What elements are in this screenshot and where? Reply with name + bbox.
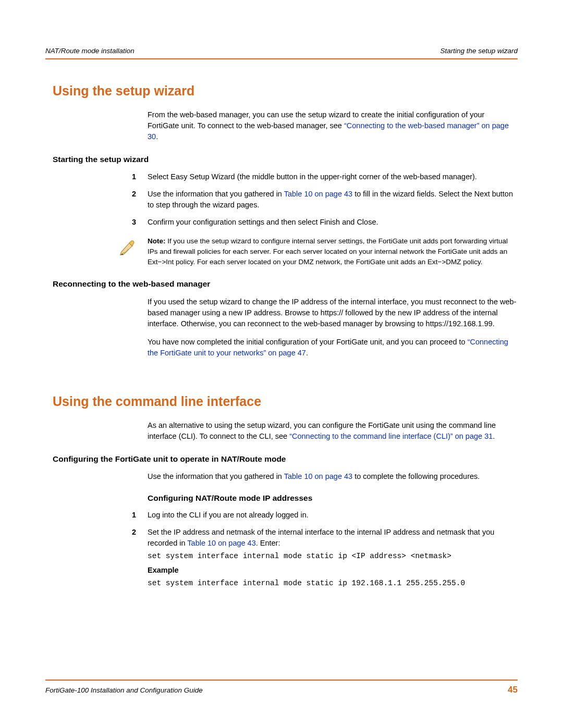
text: Use the information that you gathered in xyxy=(148,190,284,198)
cross-ref-link[interactable]: Table 10 on page 43 xyxy=(284,190,352,198)
list-item: Set the IP address and netmask of the in… xyxy=(118,527,518,589)
text: Use the information that you gathered in xyxy=(148,472,284,480)
page-number: 45 xyxy=(508,684,518,697)
ordered-list: Select Easy Setup Wizard (the middle but… xyxy=(118,171,518,228)
heading-config-ip: Configuring NAT/Route mode IP addresses xyxy=(148,492,518,504)
footer-title: FortiGate-100 Installation and Configura… xyxy=(45,685,203,696)
header-left: NAT/Route mode installation xyxy=(45,46,134,56)
text: Log into the CLI if you are not already … xyxy=(148,511,309,519)
text: You have now completed the initial confi… xyxy=(148,338,468,346)
note-lead: Note: xyxy=(148,237,167,245)
running-footer: FortiGate-100 Installation and Configura… xyxy=(45,680,518,697)
cross-ref-link[interactable]: “Connecting to the command line interfac… xyxy=(289,432,493,440)
paragraph: If you used the setup wizard to change t… xyxy=(148,297,518,329)
heading-using-setup-wizard: Using the setup wizard xyxy=(53,81,518,100)
paragraph: As an alternative to using the setup wiz… xyxy=(148,420,518,442)
text: . Enter: xyxy=(256,539,280,547)
text: to complete the following procedures. xyxy=(352,472,480,480)
note-text: Note: If you use the setup wizard to con… xyxy=(148,236,518,267)
cross-ref-link[interactable]: Table 10 on page 43 xyxy=(187,539,255,547)
list-item: Use the information that you gathered in… xyxy=(118,189,518,211)
example-label: Example xyxy=(148,565,518,576)
heading-config-natroute: Configuring the FortiGate unit to operat… xyxy=(53,453,518,465)
footer-rule xyxy=(45,680,518,681)
heading-reconnecting: Reconnecting to the web-based manager xyxy=(53,278,518,290)
text: Confirm your configuration settings and … xyxy=(148,218,378,226)
paragraph: From the web-based manager, you can use … xyxy=(148,109,518,142)
list-item: Confirm your configuration settings and … xyxy=(118,217,518,228)
paragraph: Use the information that you gathered in… xyxy=(148,471,518,482)
cross-ref-link[interactable]: Table 10 on page 43 xyxy=(284,472,352,480)
heading-using-cli: Using the command line interface xyxy=(53,392,518,411)
text: . xyxy=(493,432,495,440)
code-block: set system interface internal mode stati… xyxy=(148,551,518,562)
header-right: Starting the setup wizard xyxy=(440,46,518,56)
list-item: Select Easy Setup Wizard (the middle but… xyxy=(118,171,518,182)
heading-starting-setup-wizard: Starting the setup wizard xyxy=(53,154,518,165)
text: If you use the setup wizard to configure… xyxy=(148,237,508,265)
list-item: Log into the CLI if you are not already … xyxy=(118,510,518,521)
ordered-list: Log into the CLI if you are not already … xyxy=(118,510,518,589)
code-block: set system interface internal mode stati… xyxy=(148,578,518,589)
header-rule xyxy=(45,58,518,59)
text: . xyxy=(306,349,308,357)
running-header: NAT/Route mode installation Starting the… xyxy=(45,46,518,56)
text: . xyxy=(156,132,158,141)
text: Select Easy Setup Wizard (the middle but… xyxy=(148,172,477,181)
note-block: Note: If you use the setup wizard to con… xyxy=(118,236,518,267)
note-icon xyxy=(118,237,140,260)
paragraph: You have now completed the initial confi… xyxy=(148,337,518,359)
